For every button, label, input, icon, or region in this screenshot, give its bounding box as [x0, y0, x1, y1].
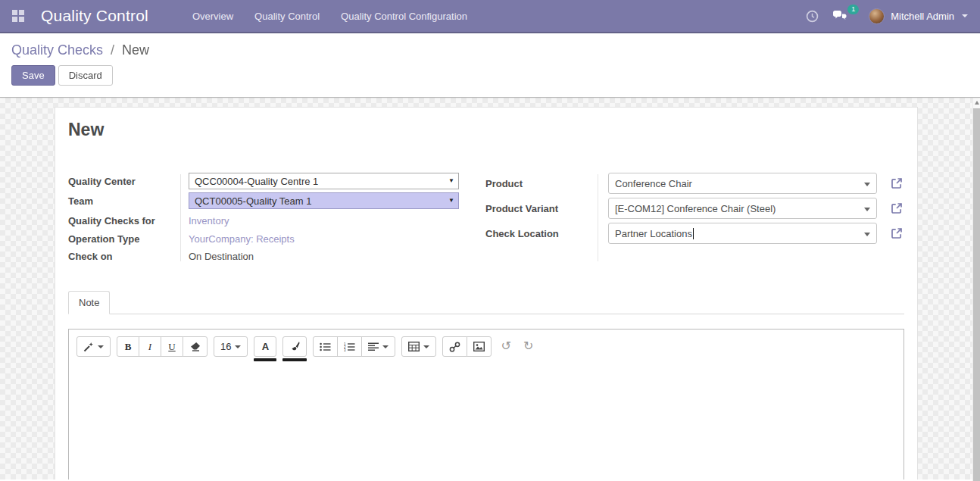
form-group-right: Product Conference Chair Product Variant…: [485, 173, 903, 263]
caret-down-icon: [98, 345, 104, 348]
text-cursor: [693, 228, 694, 239]
align-left-icon: [368, 342, 379, 351]
text-color-swatch: [254, 358, 276, 361]
tab-note[interactable]: Note: [68, 291, 110, 314]
product-combobox[interactable]: Conference Chair: [608, 173, 877, 194]
bullet-list-icon: [320, 342, 331, 351]
table-button[interactable]: [401, 336, 436, 357]
content-area: New Quality Center QCC00004-Quality Cent…: [0, 98, 980, 479]
vertical-scrollbar: [972, 98, 980, 481]
notebook-tabs: Note: [68, 291, 904, 314]
caret-down-icon: [235, 345, 241, 348]
label-check-on: Check on: [68, 251, 189, 262]
topbar-menu: Overview Quality Control Quality Control…: [191, 0, 469, 33]
label-product-variant: Product Variant: [485, 203, 608, 214]
caret-down-icon: [864, 183, 870, 186]
paintbrush-icon: [289, 341, 300, 352]
label-quality-checks-for: Quality Checks for: [68, 215, 189, 226]
product-variant-external-link-icon[interactable]: [877, 202, 903, 214]
product-external-link-icon[interactable]: [877, 177, 903, 189]
activity-clock-icon[interactable]: [806, 10, 819, 23]
underline-button[interactable]: U: [161, 336, 183, 357]
team-select[interactable]: QCT00005-Quality Team 1: [189, 192, 459, 209]
italic-button[interactable]: I: [139, 336, 161, 357]
caret-down-icon: [864, 233, 870, 236]
undo-button[interactable]: ↺: [498, 336, 513, 356]
eraser-icon: [189, 342, 201, 351]
breadcrumb-quality-checks[interactable]: Quality Checks: [11, 42, 103, 58]
clear-format-button[interactable]: [183, 336, 208, 357]
redo-button[interactable]: ↻: [520, 336, 536, 356]
insert-image-button[interactable]: [467, 336, 492, 357]
form-sheet: New Quality Center QCC00004-Quality Cent…: [55, 107, 918, 479]
menu-quality-control[interactable]: Quality Control: [253, 0, 321, 33]
form-grid: Quality Center QCC00004-Quality Centre 1…: [68, 173, 904, 263]
picture-icon: [473, 342, 485, 351]
text-color-letter: A: [254, 336, 276, 357]
svg-text:3: 3: [344, 348, 346, 351]
link-icon: [449, 342, 460, 352]
scrollbar-thumb[interactable]: [973, 108, 980, 481]
label-product: Product: [485, 178, 608, 189]
user-name: Mitchell Admin: [891, 11, 954, 22]
paragraph-align-button[interactable]: [361, 336, 395, 357]
menu-overview[interactable]: Overview: [191, 0, 235, 33]
operation-type-link[interactable]: YourCompany: Receipts: [189, 233, 295, 245]
app-title[interactable]: Quality Control: [41, 7, 148, 25]
messages-badge: 1: [847, 5, 859, 14]
check-location-external-link-icon[interactable]: [877, 227, 903, 239]
note-editable-area[interactable]: [69, 368, 904, 479]
table-icon: [408, 342, 420, 351]
bold-button[interactable]: B: [117, 336, 139, 357]
editor-toolbar: B I U 16 A: [69, 330, 904, 368]
label-operation-type: Operation Type: [68, 233, 189, 245]
check-location-combobox[interactable]: Partner Locations: [608, 223, 877, 244]
quality-center-select[interactable]: QCC00004-Quality Centre 1: [189, 173, 459, 189]
menu-quality-control-configuration[interactable]: Quality Control Configuration: [339, 0, 469, 33]
highlight-color-swatch: [282, 358, 307, 361]
caret-down-icon: [423, 345, 429, 348]
record-title: New: [68, 120, 904, 140]
font-size-dropdown[interactable]: 16: [214, 336, 248, 357]
caret-down-icon: [382, 345, 389, 348]
topbar: Quality Control Overview Quality Control…: [0, 0, 980, 33]
control-panel: Quality Checks / New Save Discard: [0, 33, 980, 98]
caret-down-icon: [962, 14, 968, 17]
scrollbar-up-arrow[interactable]: [975, 101, 979, 105]
ordered-list-button[interactable]: 123: [337, 336, 362, 357]
quality-checks-for-link[interactable]: Inventory: [189, 215, 229, 226]
magic-wand-icon: [83, 342, 94, 352]
form-group-left: Quality Center QCC00004-Quality Centre 1…: [68, 173, 459, 263]
breadcrumb-current: New: [122, 42, 149, 58]
user-avatar: [869, 8, 885, 24]
caret-down-icon: [864, 208, 870, 211]
text-color-button[interactable]: A: [254, 336, 276, 361]
breadcrumb-separator: /: [111, 42, 114, 58]
save-button[interactable]: Save: [11, 65, 55, 86]
breadcrumb: Quality Checks / New: [11, 42, 969, 58]
user-menu[interactable]: Mitchell Admin: [869, 8, 968, 24]
discard-button[interactable]: Discard: [58, 65, 113, 86]
messages-icon[interactable]: 1: [832, 10, 849, 22]
highlight-color-button[interactable]: [282, 336, 307, 361]
label-check-location: Check Location: [485, 228, 608, 239]
style-magic-wand-button[interactable]: [76, 336, 111, 357]
insert-link-button[interactable]: [442, 336, 467, 357]
check-on-value: On Destination: [189, 251, 459, 262]
unordered-list-button[interactable]: [313, 336, 338, 357]
product-variant-combobox[interactable]: [E-COM12] Conference Chair (Steel): [608, 198, 877, 219]
numbered-list-icon: 123: [344, 342, 355, 351]
apps-menu-icon[interactable]: [12, 10, 24, 22]
label-team: Team: [68, 195, 189, 207]
note-editor: B I U 16 A: [68, 329, 904, 479]
label-quality-center: Quality Center: [68, 176, 189, 187]
